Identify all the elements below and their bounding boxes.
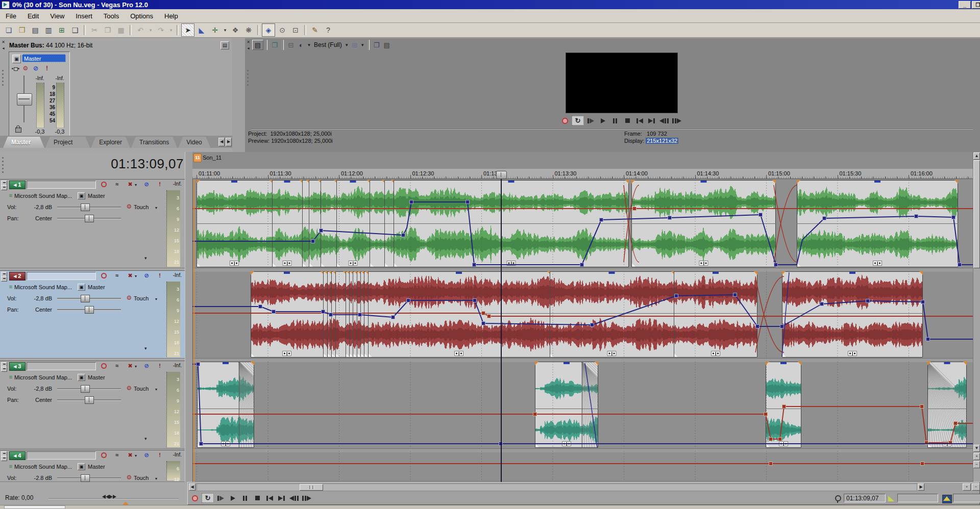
chevron-down-icon[interactable]: ▼ xyxy=(306,43,312,47)
chevron-down-icon[interactable]: ▼ xyxy=(344,43,350,47)
undo-icon[interactable]: ↶ xyxy=(134,24,146,36)
preview-quality-label[interactable]: Best (Full) xyxy=(312,41,344,48)
pan-value[interactable]: Center xyxy=(26,307,52,313)
preview-play-button[interactable] xyxy=(597,116,608,125)
menu-item-options[interactable]: Options xyxy=(125,11,159,21)
automation-mode[interactable]: Touch xyxy=(134,204,149,210)
preview-quality-icon[interactable]: ◐ xyxy=(296,40,306,49)
chevron-down-icon[interactable]: ▾ xyxy=(155,476,157,481)
split-screen-view-icon[interactable]: ⊟ xyxy=(286,40,296,49)
bus-assign-icon[interactable]: ▣ xyxy=(78,192,85,199)
dock-grip[interactable] xyxy=(2,68,4,88)
render-as-icon[interactable]: ▥ xyxy=(42,24,55,36)
tab-project-media[interactable]: Project Media xyxy=(45,137,90,148)
track-restore-button[interactable] xyxy=(1,456,7,461)
main-play-button[interactable] xyxy=(227,494,238,502)
solo-icon[interactable]: ⊘ xyxy=(142,272,151,279)
bus-assign-icon[interactable]: ▣ xyxy=(78,463,85,470)
paste-icon[interactable]: ▦ xyxy=(115,24,127,36)
copy-snapshot-icon[interactable]: ❐ xyxy=(372,40,382,49)
save-snapshot-icon[interactable]: ▤ xyxy=(382,40,392,49)
bus-assign-icon[interactable]: ▣ xyxy=(78,374,85,381)
device-name[interactable]: Microsoft Sound Map... xyxy=(14,193,72,199)
cursor-time-field[interactable]: 01:13:09,07 xyxy=(844,494,886,502)
track-envelope-icon[interactable]: ≈ xyxy=(112,272,121,279)
phase-invert-icon[interactable]: ! xyxy=(155,181,164,188)
insert-fx-icon[interactable] xyxy=(12,67,19,70)
normal-edit-tool-icon[interactable]: ➤ xyxy=(181,23,194,37)
chevron-down-icon[interactable]: ▾ xyxy=(155,206,157,210)
solo-icon[interactable]: ⊘ xyxy=(142,451,151,459)
bus-name[interactable]: Master xyxy=(88,374,105,380)
vol-slider-handle[interactable] xyxy=(81,203,90,211)
mute-icon[interactable]: ✖ xyxy=(126,362,135,370)
track-name-field[interactable] xyxy=(27,181,96,189)
automation-settings-icon[interactable]: ⚙ xyxy=(125,294,134,302)
dim-output-icon[interactable]: ! xyxy=(43,65,51,72)
chevron-down-icon[interactable]: ▾ xyxy=(135,183,137,187)
zoom-out-track-height-icon[interactable]: − xyxy=(973,461,980,468)
record-arm-icon[interactable] xyxy=(101,273,107,278)
time-ruler[interactable]: 01:11:0001:11:3001:12:0001:12:3001:13:00… xyxy=(192,169,973,179)
zoom-in-time-icon[interactable]: + xyxy=(963,483,971,491)
main-pause-button[interactable] xyxy=(239,494,251,502)
chevron-down-icon[interactable]: ▾ xyxy=(135,453,137,458)
track-number-badge[interactable]: ◂ 3 xyxy=(9,362,26,371)
ripple-edits-icon[interactable]: ⊙ xyxy=(276,24,288,36)
mute-icon[interactable]: ✖ xyxy=(126,181,135,188)
phase-invert-icon[interactable]: ! xyxy=(155,451,164,459)
solo-icon[interactable]: ⊘ xyxy=(142,181,151,188)
chevron-down-icon[interactable]: ▾ xyxy=(135,364,137,369)
playback-cursor-handle[interactable] xyxy=(496,171,507,179)
pan-value[interactable]: Center xyxy=(26,215,52,221)
tab-scroll-left-icon[interactable]: ◀ xyxy=(218,138,225,146)
device-name[interactable]: Microsoft Sound Map... xyxy=(14,374,72,380)
vol-slider-handle[interactable] xyxy=(81,474,90,482)
whats-this-help-icon[interactable]: ? xyxy=(322,24,334,36)
bus-name[interactable]: Master xyxy=(88,193,105,199)
track-name-field[interactable] xyxy=(27,272,96,280)
automation-mode[interactable]: Touch xyxy=(134,295,149,301)
preview-record-button[interactable] xyxy=(559,116,571,125)
event-group-icon[interactable]: ❋ xyxy=(242,24,255,36)
normal-edit-mode-icon[interactable]: ◈ xyxy=(262,23,275,37)
chevron-down-icon[interactable]: ▼ xyxy=(360,43,365,47)
master-bus-icon[interactable]: ▣ xyxy=(12,55,21,63)
copy-icon[interactable]: ❐ xyxy=(102,24,114,36)
main-next-frame-button[interactable] xyxy=(301,494,312,502)
preview-next-frame-button[interactable] xyxy=(671,116,682,125)
pan-slider-handle[interactable] xyxy=(85,306,94,314)
track-expand-icon[interactable]: ▾ xyxy=(144,256,147,261)
close-icon[interactable]: ✕ xyxy=(246,40,251,44)
track-envelope-icon[interactable]: ≈ xyxy=(112,362,121,370)
vol-slider-handle[interactable] xyxy=(81,295,90,302)
preview-menu-icon[interactable]: ▤ xyxy=(252,40,263,50)
lock-icon[interactable] xyxy=(15,128,21,133)
scroll-left-icon[interactable]: ◀ xyxy=(189,483,195,491)
project-properties-icon[interactable]: ❑ xyxy=(69,24,81,36)
track-header-4[interactable]: ◂ 4≈✖▾⊘!-Inf.612≡Microsoft Sound Map...▣… xyxy=(0,450,185,482)
main-record-button[interactable] xyxy=(189,494,201,502)
dock-pin-icon[interactable]: ◂ xyxy=(1,46,6,50)
track-expand-icon[interactable]: ▾ xyxy=(144,436,147,441)
undo-dropdown-icon[interactable]: ▾ xyxy=(148,24,154,36)
preview-go-to-start-button[interactable] xyxy=(634,116,645,125)
envelope-edit-tool-icon[interactable]: ◣ xyxy=(195,24,208,36)
phase-invert-icon[interactable]: ! xyxy=(155,362,164,370)
tab-scroll-right-icon[interactable]: ▶ xyxy=(226,138,232,146)
track-header-3[interactable]: ◂ 3≈✖▾⊘!-Inf.36912151821≡Microsoft Sound… xyxy=(0,361,185,449)
zoom-out-time-icon[interactable]: − xyxy=(972,483,980,491)
track-expand-icon[interactable]: ▾ xyxy=(144,346,147,351)
bus-name[interactable]: Master xyxy=(88,464,105,470)
record-arm-icon[interactable] xyxy=(101,182,107,187)
rate-slider-handle[interactable] xyxy=(102,495,116,499)
vol-slider-handle[interactable] xyxy=(81,385,90,393)
title-bar[interactable]: 0% (30 of 30) - Son Nu.veg - Vegas Pro 1… xyxy=(0,0,980,9)
track-name-field[interactable] xyxy=(27,451,96,460)
bus-name[interactable]: Master xyxy=(88,284,105,290)
automation-settings-icon[interactable]: ⚙ xyxy=(21,65,30,72)
dock-pin-icon[interactable]: ◂ xyxy=(246,46,251,50)
snapshot-icon[interactable] xyxy=(942,495,952,503)
main-stop-button[interactable] xyxy=(252,494,263,502)
solo-icon[interactable]: ⊘ xyxy=(142,362,151,370)
